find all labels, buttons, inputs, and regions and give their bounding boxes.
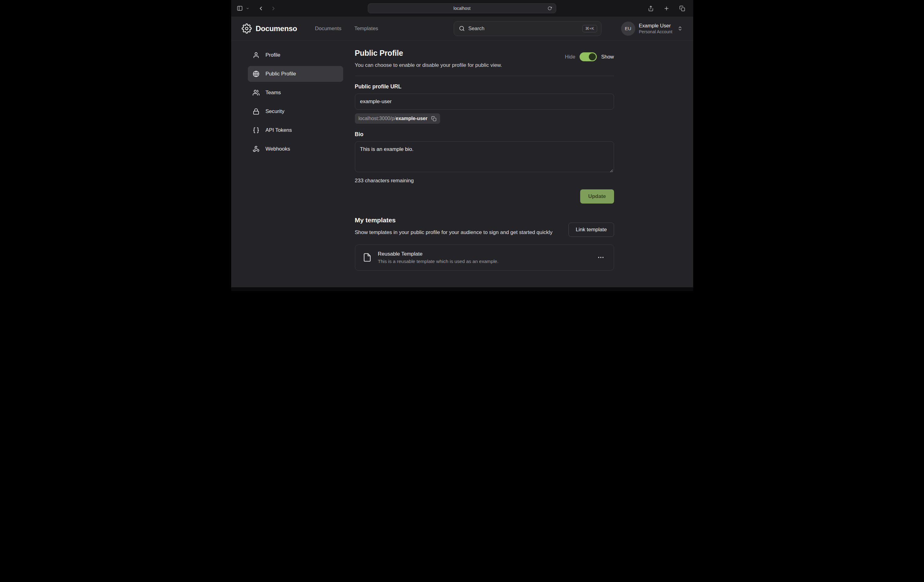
globe-icon — [253, 71, 259, 77]
reload-icon — [548, 6, 552, 10]
search-placeholder: Search — [469, 26, 485, 31]
search-input[interactable]: Search ⌘+K — [454, 21, 601, 36]
url-preview-pill: localhost:3000/p/example-user — [355, 113, 440, 124]
copy-url-button[interactable] — [431, 116, 436, 121]
sidebar-item-api-tokens[interactable]: API Tokens — [248, 122, 343, 138]
settings-sidebar: Profile Public Profile Teams Security AP… — [231, 41, 355, 271]
url-field-label: Public profile URL — [355, 83, 614, 90]
chevron-right-icon — [271, 5, 276, 12]
brand-logo[interactable]: Documenso — [242, 23, 297, 33]
template-name: Reusable Template — [378, 251, 498, 257]
sidebar-item-label: Public Profile — [266, 71, 296, 77]
users-icon — [253, 89, 259, 96]
nav-templates[interactable]: Templates — [354, 26, 378, 32]
update-button[interactable]: Update — [580, 189, 614, 203]
documenso-logo-icon — [242, 23, 252, 33]
page-layout: Profile Public Profile Teams Security AP… — [231, 41, 693, 271]
sidebar-item-label: Security — [266, 108, 284, 114]
toggle-knob — [589, 53, 596, 60]
back-button[interactable] — [257, 4, 265, 13]
lock-icon — [253, 108, 259, 115]
show-label: Show — [601, 54, 614, 60]
app-header: Documenso Documents Templates Search ⌘+K… — [231, 17, 693, 41]
sidebar-item-webhooks[interactable]: Webhooks — [248, 141, 343, 157]
sidebar-item-profile[interactable]: Profile — [248, 47, 343, 63]
reload-button[interactable] — [546, 5, 553, 12]
sidebar-panel-icon — [237, 5, 243, 12]
user-name: Example User — [639, 23, 673, 29]
braces-icon — [253, 127, 259, 134]
divider — [355, 76, 614, 76]
file-icon — [363, 253, 372, 262]
plus-icon — [663, 5, 670, 12]
search-icon — [459, 26, 465, 31]
browser-window: localhost Documenso Documents Templates — [231, 0, 693, 291]
bio-field-label: Bio — [355, 131, 614, 138]
sidebar-item-label: Profile — [266, 52, 280, 58]
webhook-icon — [253, 146, 259, 152]
chevrons-up-down-icon — [677, 26, 683, 31]
sidebar-item-label: API Tokens — [266, 127, 292, 133]
page-subtitle: You can choose to enable or disable your… — [355, 62, 502, 68]
tab-overview-button[interactable] — [678, 4, 686, 13]
share-icon — [648, 5, 654, 12]
sidebar-item-teams[interactable]: Teams — [248, 85, 343, 101]
template-row: Reusable Template This is a reusable tem… — [355, 245, 614, 271]
sidebar-item-label: Teams — [266, 89, 281, 96]
chevron-left-icon — [258, 5, 264, 12]
forward-button[interactable] — [269, 4, 278, 13]
page-title: Public Profile — [355, 49, 502, 58]
sidebar-item-label: Webhooks — [266, 146, 290, 152]
ellipsis-icon — [597, 254, 604, 261]
sidebar-item-security[interactable]: Security — [248, 104, 343, 119]
user-menu[interactable]: EU Example User Personal Account — [621, 21, 683, 36]
user-account-type: Personal Account — [639, 29, 673, 34]
link-template-button[interactable]: Link template — [569, 223, 614, 237]
characters-remaining: 233 characters remaining — [355, 178, 614, 184]
public-profile-url-input[interactable] — [355, 94, 614, 110]
visibility-toggle-row: Hide Show — [565, 52, 614, 61]
avatar: EU — [621, 21, 635, 36]
copy-icon — [431, 116, 436, 121]
url-text: localhost — [454, 6, 470, 11]
window-bottom-edge — [231, 287, 693, 291]
visibility-toggle[interactable] — [579, 52, 597, 61]
search-shortcut-badge: ⌘+K — [582, 25, 597, 32]
sidebar-panel-button[interactable] — [236, 4, 244, 13]
bio-textarea[interactable]: This is an example bio. — [355, 141, 614, 172]
brand-name: Documenso — [256, 24, 297, 33]
address-bar[interactable]: localhost — [368, 3, 556, 13]
my-templates-description: Show templates in your public profile fo… — [355, 228, 564, 236]
share-button[interactable] — [647, 4, 655, 13]
sidebar-item-public-profile[interactable]: Public Profile — [248, 66, 343, 82]
user-icon — [253, 52, 259, 58]
main-nav: Documents Templates — [315, 26, 378, 32]
sidebar-dropdown-button[interactable] — [245, 5, 251, 12]
main-content: Public Profile You can choose to enable … — [355, 41, 614, 271]
template-description: This is a reusable template which is use… — [378, 259, 498, 264]
url-preview-text: localhost:3000/p/example-user — [358, 116, 427, 121]
new-tab-button[interactable] — [662, 4, 671, 13]
hide-label: Hide — [565, 54, 575, 60]
browser-chrome: localhost — [231, 0, 693, 17]
template-menu-button[interactable] — [595, 252, 606, 263]
my-templates-section: My templates Show templates in your publ… — [355, 217, 614, 271]
nav-documents[interactable]: Documents — [315, 26, 342, 32]
chevron-down-icon — [246, 7, 249, 10]
tabs-icon — [679, 5, 685, 12]
